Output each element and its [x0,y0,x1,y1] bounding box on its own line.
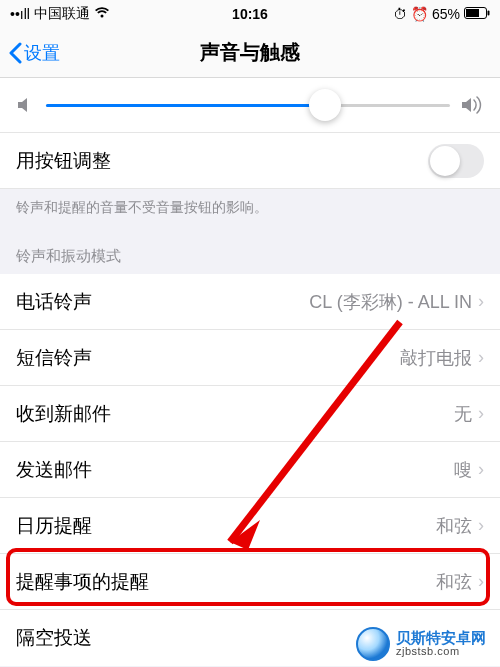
chevron-right-icon: › [478,571,484,592]
status-left: ••ıll 中国联通 [10,5,110,23]
row-label: 隔空投送 [16,625,92,651]
wifi-icon [94,6,110,22]
svg-rect-1 [466,9,479,17]
volume-slider-row [0,78,500,133]
back-label: 设置 [24,41,60,65]
chevron-right-icon: › [478,459,484,480]
row-label: 收到新邮件 [16,401,111,427]
signal-icon: ••ıll [10,6,30,22]
slider-thumb[interactable] [309,89,341,121]
row-button-adjust[interactable]: 用按钮调整 [0,133,500,189]
button-adjust-label: 用按钮调整 [16,148,111,174]
nav-bar: 设置 声音与触感 [0,28,500,78]
chevron-right-icon: › [478,515,484,536]
indicator-icon: ⏱ [393,6,407,22]
row-reminder-alerts[interactable]: 提醒事项的提醒 和弦 › [0,554,500,610]
status-time: 10:16 [232,6,268,22]
row-label: 短信铃声 [16,345,92,371]
row-label: 提醒事项的提醒 [16,569,149,595]
watermark: 贝斯特安卓网 zjbstsb.com [356,627,486,661]
watermark-line1: 贝斯特安卓网 [396,630,486,646]
row-value: 和弦 › [436,570,484,594]
row-value: 和弦 › [436,514,484,538]
button-adjust-toggle[interactable] [428,144,484,178]
chevron-left-icon [8,42,22,64]
speaker-high-icon [460,96,484,114]
row-new-mail[interactable]: 收到新邮件 无 › [0,386,500,442]
page-title: 声音与触感 [200,39,300,66]
battery-percent: 65% [432,6,460,22]
footer-note: 铃声和提醒的音量不受音量按钮的影响。 [0,189,500,231]
section-header-ringtones: 铃声和振动模式 [0,231,500,274]
chevron-right-icon: › [478,291,484,312]
row-value: 无 › [454,402,484,426]
battery-icon [464,6,490,22]
status-right: ⏱ ⏰ 65% [393,6,490,22]
watermark-line2: zjbstsb.com [396,646,486,658]
alarm-icon: ⏰ [411,6,428,22]
row-label: 电话铃声 [16,289,92,315]
row-value: 敲打电报 › [400,346,484,370]
toggle-thumb [430,146,460,176]
slider-fill [46,104,325,107]
row-label: 日历提醒 [16,513,92,539]
chevron-right-icon: › [478,347,484,368]
status-bar: ••ıll 中国联通 10:16 ⏱ ⏰ 65% [0,0,500,28]
row-calendar-alerts[interactable]: 日历提醒 和弦 › [0,498,500,554]
row-phone-ringtone[interactable]: 电话铃声 CL (李彩琳) - ALL IN › [0,274,500,330]
speaker-low-icon [16,96,36,114]
carrier-label: 中国联通 [34,5,90,23]
row-value: CL (李彩琳) - ALL IN › [309,290,484,314]
watermark-logo-icon [356,627,390,661]
content: 用按钮调整 铃声和提醒的音量不受音量按钮的影响。 铃声和振动模式 电话铃声 CL… [0,78,500,666]
row-sent-mail[interactable]: 发送邮件 嗖 › [0,442,500,498]
back-button[interactable]: 设置 [0,41,60,65]
row-label: 发送邮件 [16,457,92,483]
chevron-right-icon: › [478,403,484,424]
volume-slider[interactable] [46,104,450,107]
svg-rect-2 [488,11,490,16]
row-text-tone[interactable]: 短信铃声 敲打电报 › [0,330,500,386]
row-value: 嗖 › [454,458,484,482]
